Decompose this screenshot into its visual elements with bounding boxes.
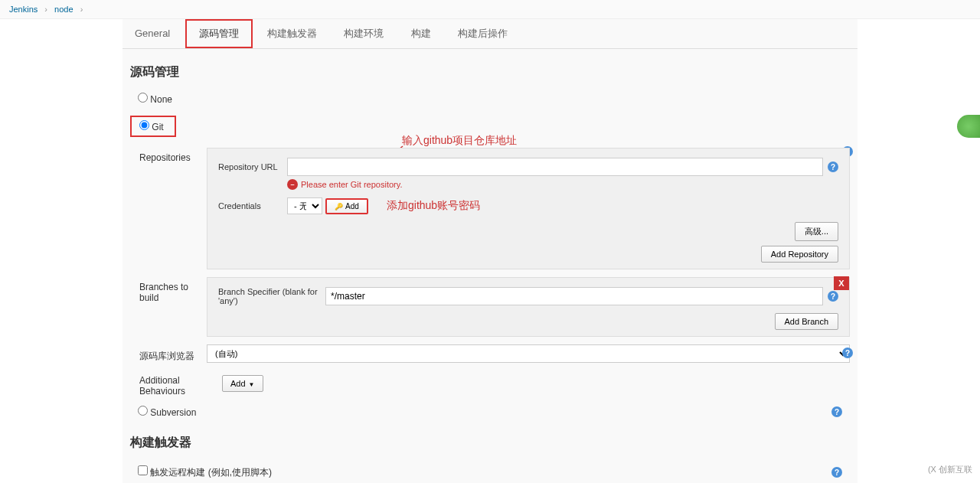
repo-browser-select[interactable]: (自动) bbox=[207, 344, 850, 363]
breadcrumb-root[interactable]: Jenkins bbox=[9, 5, 38, 14]
scm-git-row[interactable]: Git bbox=[130, 116, 176, 137]
triggers-title: 构建触发器 bbox=[130, 435, 850, 451]
radio-git[interactable] bbox=[139, 120, 149, 130]
add-credential-button[interactable]: 🔑Add bbox=[325, 198, 368, 214]
error-text: Please enter Git repository. bbox=[301, 180, 402, 189]
label-git: Git bbox=[152, 122, 163, 132]
scm-none-row[interactable]: None bbox=[130, 91, 850, 106]
label-subversion: Subversion bbox=[150, 407, 196, 418]
trigger-remote-checkbox[interactable] bbox=[138, 465, 148, 475]
branches-body: X Branch Specifier (blank for 'any') ? A… bbox=[207, 277, 850, 337]
help-icon[interactable]: ? bbox=[828, 162, 838, 172]
repositories-body: Repository URL ? – Please enter Git repo… bbox=[207, 148, 850, 269]
annotation-url: 输入github项目仓库地址 bbox=[402, 134, 517, 148]
radio-subversion[interactable] bbox=[138, 406, 148, 416]
chevron-down-icon: ▼ bbox=[249, 381, 255, 388]
repo-url-input[interactable] bbox=[287, 158, 823, 176]
add-behaviour-button[interactable]: Add▼ bbox=[222, 375, 263, 392]
tab-post[interactable]: 构建后操作 bbox=[446, 21, 520, 47]
error-row: – Please enter Git repository. bbox=[287, 179, 838, 190]
tab-build[interactable]: 构建 bbox=[399, 21, 443, 47]
add-branch-button[interactable]: Add Branch bbox=[775, 313, 838, 330]
breadcrumb-sep: › bbox=[44, 5, 47, 14]
logo-badge: (X 创新互联 bbox=[928, 464, 972, 475]
help-icon[interactable]: ? bbox=[831, 406, 842, 417]
scm-title: 源码管理 bbox=[130, 64, 850, 80]
breadcrumb-sep: › bbox=[80, 5, 83, 14]
annotation-cred: 添加github账号密码 bbox=[387, 199, 480, 213]
error-icon: – bbox=[287, 179, 298, 190]
branch-spec-input[interactable] bbox=[325, 287, 823, 305]
branches-label: Branches to build bbox=[130, 277, 207, 337]
add-repository-button[interactable]: Add Repository bbox=[761, 246, 838, 263]
advanced-button[interactable]: 高级... bbox=[795, 222, 838, 241]
tab-scm[interactable]: 源码管理 bbox=[185, 19, 253, 48]
tab-general[interactable]: General bbox=[122, 21, 182, 45]
key-icon: 🔑 bbox=[335, 203, 343, 210]
tab-triggers[interactable]: 构建触发器 bbox=[255, 21, 329, 47]
label-none: None bbox=[150, 94, 172, 105]
breadcrumb-node[interactable]: node bbox=[54, 5, 73, 14]
branch-spec-label: Branch Specifier (blank for 'any') bbox=[218, 287, 325, 305]
credentials-label: Credentials bbox=[218, 201, 287, 210]
repositories-label: Repositories bbox=[130, 148, 207, 269]
credentials-select[interactable]: - 无 - bbox=[287, 197, 322, 214]
additional-behaviours-label: Additional Behaviours bbox=[130, 370, 222, 397]
radio-none[interactable] bbox=[138, 93, 148, 103]
trigger-row[interactable]: 触发远程构建 (例如,使用脚本) ? bbox=[130, 462, 850, 483]
help-icon[interactable]: ? bbox=[828, 291, 838, 302]
config-tabs: General 源码管理 构建触发器 构建环境 构建 构建后操作 bbox=[122, 19, 858, 49]
tab-env[interactable]: 构建环境 bbox=[332, 21, 396, 47]
help-icon[interactable]: ? bbox=[842, 348, 853, 358]
breadcrumb: Jenkins › node › bbox=[0, 0, 980, 19]
float-badge[interactable] bbox=[957, 115, 980, 138]
repo-browser-label: 源码库浏览器 bbox=[130, 345, 207, 363]
repo-url-label: Repository URL bbox=[218, 162, 287, 171]
help-icon[interactable]: ? bbox=[831, 467, 842, 478]
